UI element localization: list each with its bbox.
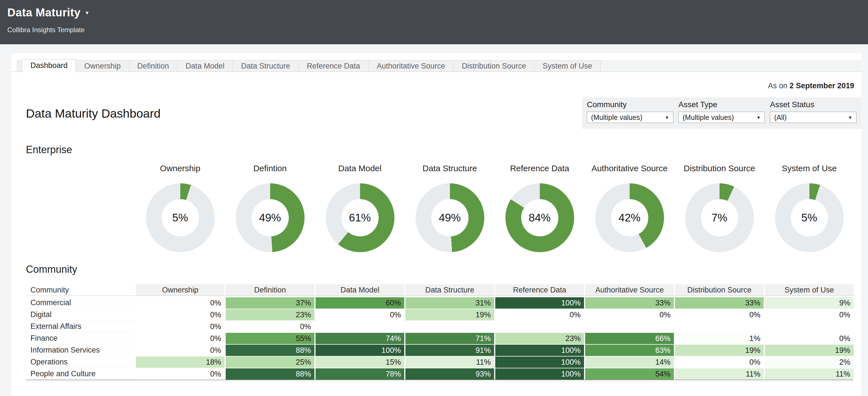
heatmap-cell-information-services-data-model[interactable]: 100% [315, 345, 404, 356]
heatmap-cell-external-affairs-distribution-source[interactable] [675, 321, 764, 332]
row-label-finance[interactable]: Finance [26, 333, 135, 344]
heatmap-cell-digital-distribution-source[interactable]: 0% [675, 309, 764, 320]
column-header-ownership[interactable]: Ownership [136, 284, 224, 295]
heatmap-cell-operations-definition[interactable]: 25% [226, 357, 314, 368]
heatmap-cell-commercial-data-model[interactable]: 60% [315, 297, 404, 309]
heatmap-cell-information-services-system-of-use[interactable]: 19% [765, 345, 854, 356]
donut-chart-reference-data[interactable]: 84% [505, 183, 574, 252]
heatmap-cell-finance-system-of-use[interactable]: 0% [765, 333, 854, 344]
heatmap-cell-operations-distribution-source[interactable]: 0% [675, 357, 764, 368]
heatmap-cell-digital-system-of-use[interactable]: 0% [765, 309, 854, 320]
tab-data-structure[interactable]: Data Structure [233, 60, 299, 72]
asset-type-dropdown[interactable]: (Multiple values)▼ [678, 112, 765, 123]
column-header-system-of-use[interactable]: System of Use [765, 284, 854, 295]
heatmap-cell-information-services-ownership[interactable]: 0% [136, 345, 224, 356]
dropdown-caret-icon: ▼ [848, 115, 852, 120]
donut-title-distribution-source: Distribution Source [684, 164, 755, 175]
heatmap-cell-people-and-culture-data-model[interactable]: 78% [315, 368, 404, 380]
heatmap-cell-information-services-reference-data[interactable]: 100% [495, 345, 584, 356]
heatmap-cell-people-and-culture-ownership[interactable]: 0% [136, 368, 224, 380]
donut-cell-data-model: Data Model61% [315, 164, 404, 252]
heatmap-cell-commercial-data-structure[interactable]: 31% [405, 297, 494, 309]
column-header-data-model[interactable]: Data Model [315, 284, 404, 295]
heatmap-cell-digital-authoritative-source[interactable]: 0% [585, 309, 674, 320]
heatmap-cell-digital-ownership[interactable]: 0% [136, 309, 224, 320]
heatmap-cell-information-services-authoritative-source[interactable]: 63% [585, 345, 674, 356]
tab-distribution-source[interactable]: Distribution Source [454, 60, 534, 72]
donut-chart-authoritative-source[interactable]: 42% [595, 183, 664, 252]
heatmap-cell-finance-reference-data[interactable]: 23% [495, 333, 584, 344]
donut-chart-defintion[interactable]: 49% [236, 183, 305, 252]
heatmap-cell-digital-definition[interactable]: 23% [226, 309, 314, 320]
heatmap-cell-operations-ownership[interactable]: 18% [136, 357, 224, 368]
heatmap-cell-commercial-system-of-use[interactable]: 9% [765, 297, 854, 309]
column-header-community[interactable]: Community [26, 284, 135, 295]
heatmap-cell-people-and-culture-data-structure[interactable]: 93% [405, 368, 494, 380]
row-label-commercial[interactable]: Commercial [26, 297, 135, 309]
title-caret-down-icon[interactable]: ▾ [86, 9, 89, 16]
heatmap-cell-information-services-distribution-source[interactable]: 19% [675, 345, 764, 356]
heatmap-cell-finance-data-model[interactable]: 74% [315, 333, 404, 344]
heatmap-cell-finance-ownership[interactable]: 0% [136, 333, 224, 344]
column-header-authoritative-source[interactable]: Authoritative Source [585, 284, 674, 295]
column-header-distribution-source[interactable]: Distribution Source [675, 284, 764, 295]
heatmap-cell-digital-data-structure[interactable]: 19% [405, 309, 494, 320]
heatmap-cell-digital-reference-data[interactable]: 0% [495, 309, 584, 320]
heatmap-cell-people-and-culture-definition[interactable]: 88% [226, 368, 314, 380]
heatmap-cell-external-affairs-definition[interactable]: 0% [226, 321, 314, 332]
heatmap-cell-external-affairs-system-of-use[interactable] [765, 321, 854, 332]
tab-reference-data[interactable]: Reference Data [299, 60, 369, 72]
row-label-people-and-culture[interactable]: People and Culture [26, 368, 135, 380]
heatmap-cell-digital-data-model[interactable]: 0% [315, 309, 404, 320]
heatmap-cell-information-services-data-structure[interactable]: 91% [405, 345, 494, 356]
heatmap-cell-commercial-distribution-source[interactable]: 33% [675, 297, 764, 309]
heatmap-cell-external-affairs-data-model[interactable] [315, 321, 404, 332]
row-label-external-affairs[interactable]: External Affairs [26, 321, 135, 332]
tab-dashboard[interactable]: Dashboard [22, 59, 76, 72]
app-subtitle: Collibra Insights Template [7, 26, 85, 34]
asset-status-dropdown[interactable]: (All)▼ [770, 112, 857, 123]
column-header-reference-data[interactable]: Reference Data [495, 284, 584, 295]
row-label-operations[interactable]: Operations [26, 357, 135, 368]
heatmap-cell-external-affairs-data-structure[interactable] [405, 321, 494, 332]
heatmap-cell-finance-distribution-source[interactable]: 1% [675, 333, 764, 344]
heatmap-cell-commercial-definition[interactable]: 37% [226, 297, 314, 309]
donut-chart-data-model[interactable]: 61% [326, 183, 395, 252]
column-header-definition[interactable]: Definition [226, 284, 314, 295]
heatmap-cell-finance-data-structure[interactable]: 71% [405, 333, 494, 344]
heatmap-cell-operations-reference-data[interactable]: 100% [495, 357, 584, 368]
donut-chart-distribution-source[interactable]: 7% [685, 183, 754, 252]
filter-community: Community(Multiple values)▼ [587, 100, 673, 129]
heatmap-cell-external-affairs-authoritative-source[interactable] [585, 321, 674, 332]
community-dropdown[interactable]: (Multiple values)▼ [587, 112, 673, 123]
heatmap-cell-finance-definition[interactable]: 55% [226, 333, 314, 344]
donut-chart-system-of-use[interactable]: 5% [775, 183, 844, 252]
heatmap-cell-people-and-culture-reference-data[interactable]: 100% [495, 368, 584, 380]
heatmap-cell-commercial-reference-data[interactable]: 100% [495, 297, 584, 309]
tab-data-model[interactable]: Data Model [178, 60, 233, 72]
heatmap-cell-people-and-culture-authoritative-source[interactable]: 54% [585, 368, 674, 380]
donut-value-authoritative-source: 42% [611, 199, 648, 236]
heatmap-cell-commercial-authoritative-source[interactable]: 33% [585, 297, 674, 309]
heatmap-cell-commercial-ownership[interactable]: 0% [136, 297, 224, 309]
tab-system-of-use[interactable]: System of Use [534, 60, 601, 72]
heatmap-cell-people-and-culture-distribution-source[interactable]: 11% [675, 368, 764, 380]
heatmap-cell-people-and-culture-system-of-use[interactable]: 11% [765, 368, 854, 380]
heatmap-cell-external-affairs-reference-data[interactable] [495, 321, 584, 332]
tab-authoritative-source[interactable]: Authoritative Source [369, 60, 454, 72]
column-header-data-structure[interactable]: Data Structure [405, 284, 494, 295]
tab-definition[interactable]: Definition [129, 60, 178, 72]
heatmap-cell-operations-authoritative-source[interactable]: 14% [585, 357, 674, 368]
filter-asset-status: Asset Status(All)▼ [770, 100, 857, 129]
heatmap-cell-operations-data-model[interactable]: 15% [315, 357, 404, 368]
row-label-digital[interactable]: Digital [26, 309, 135, 320]
heatmap-cell-finance-authoritative-source[interactable]: 66% [585, 333, 674, 344]
heatmap-cell-operations-data-structure[interactable]: 11% [405, 357, 494, 368]
tab-ownership[interactable]: Ownership [76, 60, 129, 72]
heatmap-cell-information-services-definition[interactable]: 88% [226, 345, 314, 356]
donut-chart-ownership[interactable]: 5% [146, 183, 215, 252]
row-label-information-services[interactable]: Information Services [26, 345, 135, 356]
donut-chart-data-structure[interactable]: 49% [415, 183, 484, 252]
heatmap-cell-operations-system-of-use[interactable]: 2% [765, 357, 854, 368]
heatmap-cell-external-affairs-ownership[interactable]: 0% [136, 321, 224, 332]
